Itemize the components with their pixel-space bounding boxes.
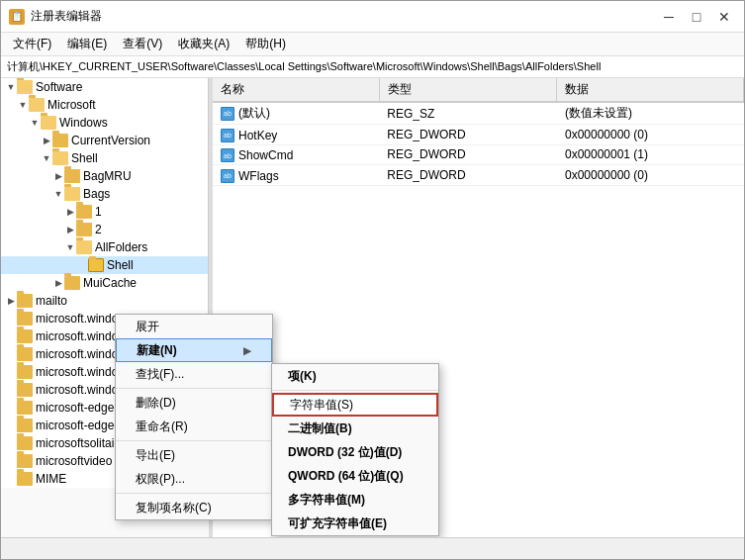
folder-icon-bagmru bbox=[64, 169, 80, 183]
table-row[interactable]: ab ShowCmd REG_DWORD 0x00000001 (1) bbox=[213, 144, 744, 165]
table-row[interactable]: ab WFlags REG_DWORD 0x00000000 (0) bbox=[213, 165, 744, 186]
folder-icon-bags bbox=[64, 187, 80, 201]
toggle-shell-l3[interactable]: ▼ bbox=[41, 152, 52, 164]
ctx-export[interactable]: 导出(E) bbox=[116, 443, 272, 467]
table-row[interactable]: ab HotKey REG_DWORD 0x00000000 (0) bbox=[213, 125, 744, 145]
toggle-shell-selected[interactable] bbox=[76, 259, 88, 271]
submenu-item-multistring[interactable]: 多字符串值(M) bbox=[272, 488, 438, 512]
tree-node-2[interactable]: ▶ 2 bbox=[1, 221, 208, 238]
window-title: 注册表编辑器 bbox=[31, 8, 102, 25]
folder-icon-currentversion bbox=[52, 134, 68, 147]
folder-icon-msedgeholora bbox=[17, 419, 33, 432]
row-type-default: REG_SZ bbox=[379, 102, 557, 125]
submenu-item-string[interactable]: 字符串值(S) bbox=[272, 393, 438, 417]
table-row[interactable]: ab (默认) REG_SZ (数值未设置) bbox=[213, 102, 744, 125]
tree-node-mailto[interactable]: ▶ mailto bbox=[1, 292, 208, 310]
folder-icon-2 bbox=[76, 223, 92, 236]
menu-favorites[interactable]: 收藏夹(A) bbox=[170, 34, 237, 54]
tree-node-currentversion[interactable]: ▶ CurrentVersion bbox=[1, 132, 208, 149]
submenu-item-qword[interactable]: QWORD (64 位)值(Q) bbox=[272, 464, 438, 488]
tree-label-currentversion: CurrentVersion bbox=[71, 134, 150, 147]
folder-icon-mswincam1 bbox=[17, 312, 33, 326]
tree-node-muicache[interactable]: ▶ MuiCache bbox=[1, 274, 208, 292]
tree-node-windows[interactable]: ▼ Windows bbox=[1, 114, 208, 132]
submenu-item-binary[interactable]: 二进制值(B) bbox=[272, 417, 438, 440]
toggle-currentversion[interactable]: ▶ bbox=[41, 135, 52, 146]
tree-label-shell-l3: Shell bbox=[71, 151, 98, 165]
toggle-1[interactable]: ▶ bbox=[64, 206, 76, 218]
ctx-delete[interactable]: 删除(D) bbox=[116, 391, 272, 415]
minimize-button[interactable]: ─ bbox=[657, 7, 681, 27]
ctx-rename[interactable]: 重命名(R) bbox=[116, 415, 272, 438]
ctx-expand[interactable]: 展开 bbox=[116, 315, 272, 338]
folder-icon-mssolitaire bbox=[17, 436, 33, 450]
col-type[interactable]: 类型 bbox=[379, 78, 557, 102]
tree-node-shell-l3[interactable]: ▼ Shell bbox=[1, 149, 208, 167]
reg-icon-default: ab (默认) bbox=[221, 105, 270, 122]
submenu-divider bbox=[272, 390, 438, 391]
ctx-copy[interactable]: 复制项名称(C) bbox=[116, 496, 272, 519]
tree-label-shell-selected: Shell bbox=[107, 258, 134, 272]
tree-label-1: 1 bbox=[95, 205, 102, 219]
toggle-2[interactable]: ▶ bbox=[64, 224, 76, 235]
submenu-item-dword[interactable]: DWORD (32 位)值(D) bbox=[272, 440, 438, 464]
ctx-permission[interactable]: 权限(P)... bbox=[116, 467, 272, 491]
tree-node-bags[interactable]: ▼ Bags bbox=[1, 185, 208, 203]
tree-label-2: 2 bbox=[95, 223, 102, 236]
context-menu-overlay: 展开 新建(N) ▶ 项(K) 字符串值(S) bbox=[115, 314, 273, 520]
menu-file[interactable]: 文件(F) bbox=[5, 34, 59, 54]
col-name[interactable]: 名称 bbox=[213, 78, 379, 102]
tree-label-software: Software bbox=[36, 80, 82, 94]
submenu: 项(K) 字符串值(S) 二进制值(B) DWORD (32 位)值(D) bbox=[271, 363, 439, 536]
tree-label-microsoft: Microsoft bbox=[47, 98, 96, 112]
toggle-microsoft[interactable]: ▼ bbox=[17, 99, 29, 111]
toggle-software[interactable]: ▼ bbox=[5, 81, 17, 93]
row-type-hotkey: REG_DWORD bbox=[379, 125, 557, 145]
maximize-button[interactable]: □ bbox=[685, 7, 708, 27]
title-bar-left: 📋 注册表编辑器 bbox=[9, 8, 102, 25]
reg-icon-hotkey: ab HotKey bbox=[221, 129, 277, 142]
folder-icon-mswincam2 bbox=[17, 329, 33, 343]
toggle-windows[interactable]: ▼ bbox=[29, 117, 41, 129]
row-name-default: ab (默认) bbox=[213, 102, 379, 125]
row-name-wflags: ab WFlags bbox=[213, 165, 379, 186]
tree-node-microsoft[interactable]: ▼ Microsoft bbox=[1, 96, 208, 114]
row-name-hotkey: ab HotKey bbox=[213, 125, 379, 145]
tree-node-bagmru[interactable]: ▶ BagMRU bbox=[1, 167, 208, 185]
tree-node-software[interactable]: ▼ Software bbox=[1, 78, 208, 96]
col-data[interactable]: 数据 bbox=[557, 78, 744, 102]
close-button[interactable]: ✕ bbox=[712, 7, 736, 27]
menu-help[interactable]: 帮助(H) bbox=[237, 34, 294, 54]
toggle-bags[interactable]: ▼ bbox=[52, 188, 64, 200]
ctx-find[interactable]: 查找(F)... bbox=[116, 362, 272, 386]
app-icon: 📋 bbox=[9, 9, 25, 25]
toggle-bagmru[interactable]: ▶ bbox=[52, 170, 64, 182]
tree-node-1[interactable]: ▶ 1 bbox=[1, 203, 208, 221]
submenu-item-key[interactable]: 项(K) bbox=[272, 364, 438, 388]
row-name-showcmd: ab ShowCmd bbox=[213, 144, 379, 165]
title-bar: 📋 注册表编辑器 ─ □ ✕ bbox=[1, 1, 744, 33]
folder-icon-1 bbox=[76, 205, 92, 219]
tree-label-muicache: MuiCache bbox=[83, 276, 137, 290]
menu-bar: 文件(F) 编辑(E) 查看(V) 收藏夹(A) 帮助(H) bbox=[1, 33, 744, 56]
row-data-hotkey: 0x00000000 (0) bbox=[557, 125, 744, 145]
toggle-allfolders[interactable]: ▼ bbox=[64, 241, 76, 253]
title-controls: ─ □ ✕ bbox=[657, 7, 736, 27]
folder-icon-muicache bbox=[64, 276, 80, 290]
toggle-mailto[interactable]: ▶ bbox=[5, 295, 17, 307]
reg-icon-wflags: ab WFlags bbox=[221, 169, 279, 183]
row-data-wflags: 0x00000000 (0) bbox=[557, 165, 744, 186]
ctx-new[interactable]: 新建(N) ▶ 项(K) 字符串值(S) 二进制 bbox=[116, 338, 272, 362]
left-pane-wrapper: ▼ Software ▼ Microsoft ▼ Windows bbox=[1, 78, 209, 537]
tree-label-msedge: microsoft-edge bbox=[36, 401, 114, 415]
menu-view[interactable]: 查看(V) bbox=[115, 34, 170, 54]
submenu-item-expandstring[interactable]: 可扩充字符串值(E) bbox=[272, 512, 438, 535]
tree-node-shell-selected[interactable]: Shell bbox=[1, 256, 208, 274]
row-data-showcmd: 0x00000001 (1) bbox=[557, 144, 744, 165]
tree-node-allfolders[interactable]: ▼ AllFolders bbox=[1, 238, 208, 256]
main-content: ▼ Software ▼ Microsoft ▼ Windows bbox=[1, 78, 744, 537]
toggle-muicache[interactable]: ▶ bbox=[52, 277, 64, 289]
ctx-divider2 bbox=[116, 440, 272, 441]
reg-icon-sq-hotkey: ab bbox=[221, 129, 234, 142]
menu-edit[interactable]: 编辑(E) bbox=[59, 34, 115, 54]
